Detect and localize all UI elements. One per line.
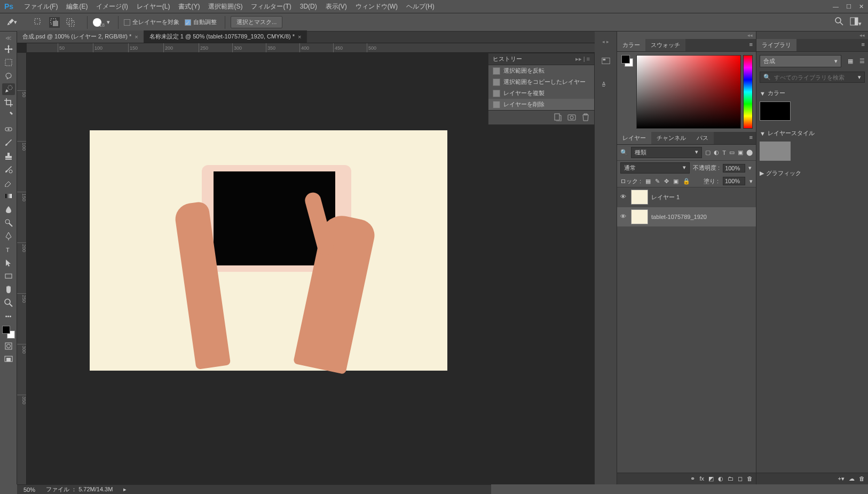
minimize-icon[interactable]: —: [833, 3, 839, 10]
opacity-input[interactable]: [723, 164, 745, 172]
layer-thumbnail[interactable]: [631, 209, 648, 224]
menu-edit[interactable]: 編集(E): [62, 0, 92, 13]
library-sync-icon[interactable]: ☁: [849, 475, 855, 482]
color-swatches[interactable]: [2, 326, 15, 339]
delete-layer-icon[interactable]: 🗑: [747, 475, 753, 482]
menu-layer[interactable]: レイヤー(L): [132, 0, 175, 13]
quick-select-tool[interactable]: [2, 83, 15, 95]
layer-fx-icon[interactable]: fx: [699, 475, 704, 482]
brush-tool[interactable]: [2, 137, 15, 148]
document-tab-2[interactable]: 名称未設定 1 @ 50% (tablet-1075789_1920, CMYK…: [144, 30, 307, 43]
hand-tool[interactable]: [2, 284, 15, 295]
paths-tab[interactable]: パス: [691, 132, 714, 144]
layer-mask-icon[interactable]: ◩: [708, 475, 714, 482]
menu-help[interactable]: ヘルプ(H): [402, 0, 439, 13]
menu-window[interactable]: ウィンドウ(W): [351, 0, 402, 13]
crop-tool[interactable]: [2, 97, 15, 108]
rectangle-tool[interactable]: [2, 270, 15, 282]
gradient-tool[interactable]: [2, 190, 15, 202]
menu-select[interactable]: 選択範囲(S): [204, 0, 247, 13]
maximize-icon[interactable]: ☐: [846, 3, 851, 10]
new-layer-icon[interactable]: ◻: [738, 475, 743, 482]
filter-image-icon[interactable]: ▢: [705, 149, 711, 156]
library-section-layerstyle[interactable]: ▼ レイヤースタイル: [760, 127, 865, 139]
select-and-mask-button[interactable]: 選択とマスク...: [231, 16, 282, 28]
layers-tab[interactable]: レイヤー: [617, 132, 651, 144]
all-layers-checkbox[interactable]: 全レイヤーを対象: [124, 18, 179, 26]
menu-image[interactable]: イメージ(I): [92, 0, 132, 13]
history-item[interactable]: 選択範囲を反転: [488, 65, 594, 76]
swatch-tab[interactable]: スウォッチ: [645, 39, 685, 51]
history-item[interactable]: 選択範囲をコピーしたレイヤー: [488, 76, 594, 88]
blur-tool[interactable]: [2, 203, 15, 215]
lasso-tool[interactable]: [2, 70, 15, 82]
filter-adjust-icon[interactable]: ◐: [714, 149, 719, 156]
history-item[interactable]: レイヤーを削除: [488, 99, 594, 110]
library-section-graphic[interactable]: ▶ グラフィック: [760, 167, 865, 179]
new-doc-from-state-icon[interactable]: [554, 113, 562, 122]
visibility-icon[interactable]: 👁: [620, 193, 628, 201]
marquee-tool[interactable]: [2, 57, 15, 68]
filter-type-icon[interactable]: T: [722, 150, 726, 156]
library-search[interactable]: 🔍 ▾: [760, 72, 865, 83]
pen-tool[interactable]: [2, 230, 15, 242]
close-icon[interactable]: ✕: [859, 3, 864, 10]
healing-tool[interactable]: [2, 123, 15, 135]
panel-collapse-icon[interactable]: ▸▸ | ≡: [575, 56, 590, 62]
character-icon[interactable]: A̲: [598, 77, 613, 89]
layer-thumbnail[interactable]: [631, 190, 648, 205]
blend-mode-select[interactable]: 通常▾: [620, 162, 690, 174]
menu-view[interactable]: 表示(V): [321, 0, 351, 13]
lock-transparency-icon[interactable]: ▦: [645, 178, 651, 185]
add-library-icon[interactable]: +▾: [838, 475, 845, 482]
more-tools[interactable]: •••: [2, 310, 15, 322]
path-select-tool[interactable]: [2, 257, 15, 269]
properties-icon[interactable]: [598, 55, 613, 67]
fill-input[interactable]: [723, 177, 745, 185]
eyedropper-tool[interactable]: [2, 110, 15, 122]
library-tab[interactable]: ライブラリ: [756, 39, 796, 51]
library-color-swatch[interactable]: [760, 101, 791, 121]
tab-close-icon[interactable]: ×: [135, 34, 138, 40]
trash-icon[interactable]: [581, 113, 590, 122]
search-icon[interactable]: [835, 17, 843, 27]
color-tab[interactable]: カラー: [617, 39, 645, 51]
selection-add-icon[interactable]: [33, 17, 44, 28]
eraser-tool[interactable]: [2, 177, 15, 189]
lock-pixels-icon[interactable]: ✎: [655, 178, 660, 185]
layer-item[interactable]: 👁 tablet-1075789_1920: [617, 207, 756, 227]
layer-item[interactable]: 👁 レイヤー 1: [617, 187, 756, 207]
library-select[interactable]: 合成▾: [760, 55, 841, 67]
panel-menu-icon[interactable]: ≡: [746, 132, 756, 144]
brush-preset[interactable]: 18▾: [93, 17, 110, 28]
zoom-level[interactable]: 50%: [23, 487, 35, 493]
panel-menu-icon[interactable]: ≡: [746, 39, 756, 51]
channels-tab[interactable]: チャンネル: [651, 132, 691, 144]
filter-toggle-icon[interactable]: ⬤: [746, 149, 753, 156]
menu-filter[interactable]: フィルター(T): [247, 0, 295, 13]
canvas[interactable]: ヒストリー▸▸ | ≡ 選択範囲を反転 選択範囲をコピーしたレイヤー レイヤーを…: [27, 53, 595, 484]
library-style-swatch[interactable]: [760, 142, 791, 161]
dodge-tool[interactable]: [2, 217, 15, 229]
snapshot-icon[interactable]: [567, 113, 576, 122]
screen-mode-icon[interactable]: [2, 354, 15, 365]
document-tab-1[interactable]: 合成.psd @ 100% (レイヤー 2, RGB/8#) *×: [17, 30, 144, 43]
list-view-icon[interactable]: ☰: [856, 58, 868, 65]
lock-position-icon[interactable]: ✥: [664, 178, 669, 185]
auto-adjust-checkbox[interactable]: ✓自動調整: [185, 18, 217, 26]
move-tool[interactable]: [2, 43, 15, 55]
menu-3d[interactable]: 3D(D): [296, 1, 321, 12]
link-layers-icon[interactable]: ⚭: [690, 475, 695, 482]
zoom-tool[interactable]: [2, 297, 15, 309]
filter-smart-icon[interactable]: ▣: [738, 149, 743, 156]
menu-type[interactable]: 書式(Y): [174, 0, 204, 13]
layer-filter-select[interactable]: 種類 ▾: [631, 147, 702, 158]
selection-subtract-icon[interactable]: [49, 17, 60, 28]
history-brush-tool[interactable]: [2, 163, 15, 175]
color-picker[interactable]: [617, 52, 756, 132]
library-section-color[interactable]: ▼ カラー: [760, 87, 865, 99]
grid-view-icon[interactable]: ▦: [845, 58, 856, 65]
lock-artboard-icon[interactable]: ▣: [673, 178, 678, 185]
quick-mask-icon[interactable]: [2, 340, 15, 352]
selection-intersect-icon[interactable]: [65, 17, 76, 28]
